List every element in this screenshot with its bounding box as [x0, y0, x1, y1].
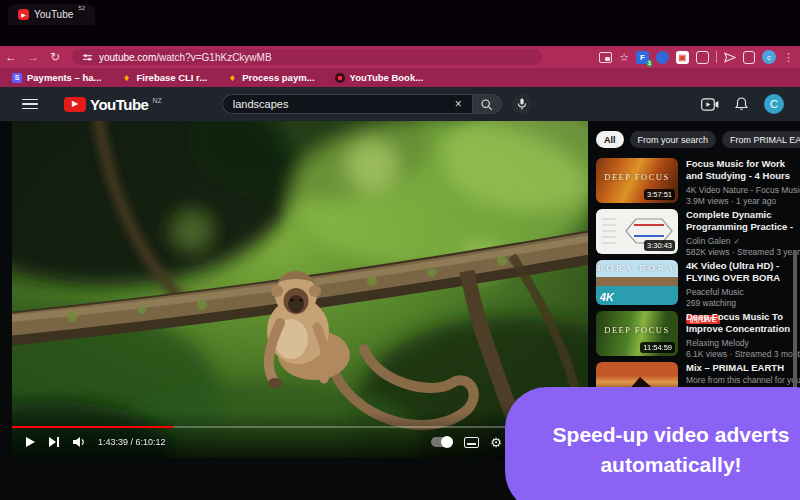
- time-display: 1:43:39 / 6:10:12: [98, 437, 166, 447]
- chip-all[interactable]: All: [596, 131, 624, 148]
- settings-gear-icon[interactable]: ⚙: [490, 436, 502, 449]
- flame-icon: ♦: [227, 73, 237, 83]
- bookmark-firebase-cli[interactable]: ♦ Firebase CLI r...: [121, 72, 207, 83]
- suggested-video-2[interactable]: 3:30:43 Complete Dynamic Programming Pra…: [596, 209, 794, 254]
- flame-icon: ♦: [121, 73, 131, 83]
- browser-menu-icon[interactable]: ⋮: [783, 52, 794, 63]
- volume-icon[interactable]: [72, 436, 86, 448]
- chip-from-your-search[interactable]: From your search: [630, 131, 717, 148]
- scrollbar[interactable]: [793, 251, 797, 391]
- promo-callout-bubble: Speed-up video adverts automatically!: [505, 387, 800, 500]
- tab-strip: ▶ YouTube 52: [0, 0, 800, 46]
- guide-menu-icon[interactable]: [22, 99, 38, 110]
- search-button[interactable]: [472, 94, 502, 114]
- bookmark-star-icon[interactable]: ☆: [619, 52, 629, 63]
- thumbnail-4k-label: 4K: [600, 291, 614, 303]
- side-panel-icon[interactable]: [743, 51, 755, 64]
- search-input[interactable]: landscapes ×: [222, 94, 472, 114]
- autoplay-toggle[interactable]: [431, 437, 453, 447]
- chip-from-primal-earth[interactable]: From PRIMAL EARTH: [722, 131, 800, 148]
- youtube-favicon-icon: ▶: [18, 9, 29, 20]
- stripe-icon: S: [12, 73, 22, 83]
- duration-badge: 11:54:59: [640, 342, 675, 353]
- tab-badge: 52: [78, 5, 85, 11]
- extension-firebase-icon[interactable]: F 1: [636, 51, 649, 64]
- region-code: NZ: [152, 97, 161, 104]
- bookmarks-bar: S Payments – ha... ♦ Firebase CLI r... ♦…: [0, 68, 800, 87]
- browser-profile-avatar[interactable]: c: [762, 50, 776, 64]
- thumbnail: 3:30:43: [596, 209, 678, 254]
- tab-preview-icon[interactable]: [599, 52, 612, 63]
- extensions-puzzle-icon[interactable]: [696, 51, 709, 64]
- mic-icon: [517, 98, 527, 110]
- extension-icon[interactable]: [656, 51, 669, 64]
- share-icon[interactable]: [724, 52, 736, 63]
- thumbnail: BORA BORA 4K: [596, 260, 678, 305]
- forward-icon[interactable]: →: [22, 50, 44, 64]
- verified-badge-icon: ✓: [733, 237, 740, 246]
- duration-badge: 3:57:51: [644, 189, 675, 200]
- video-frame-monkey-on-branch: [12, 121, 588, 458]
- notifications-bell-icon[interactable]: [735, 97, 748, 111]
- address-bar[interactable]: youtube.com/watch?v=G1hKzCkywMB: [72, 49, 542, 65]
- youtube-avatar[interactable]: C: [764, 94, 784, 114]
- youtube-logo[interactable]: ▶ YouTube NZ: [64, 96, 162, 113]
- browser-toolbar: ← → ↻ youtube.com/watch?v=G1hKzCkywMB ☆ …: [0, 46, 800, 68]
- suggested-video-4[interactable]: DEEP FOCUS 11:54:59 Deep Focus Music To …: [596, 311, 794, 356]
- promo-text: Speed-up video adverts automatically!: [526, 420, 800, 481]
- youtube-bookmark-icon: [335, 73, 345, 83]
- bookmark-youtube-book[interactable]: YouTube Book...: [335, 72, 424, 83]
- back-icon[interactable]: ←: [0, 50, 22, 64]
- player-controls: 1:43:39 / 6:10:12 ⚙: [12, 430, 588, 454]
- browser-tab-youtube[interactable]: ▶ YouTube 52: [8, 4, 95, 25]
- suggested-video-1[interactable]: DEEP FOCUS 3:57:51 Focus Music for Work …: [596, 158, 794, 203]
- video-player[interactable]: 1:43:39 / 6:10:12 ⚙: [12, 121, 588, 458]
- thumbnail: DEEP FOCUS 11:54:59: [596, 311, 678, 356]
- url-text: youtube.com/watch?v=G1hKzCkywMB: [99, 52, 272, 63]
- tune-icon: [82, 52, 93, 63]
- youtube-play-logo-icon: ▶: [64, 97, 86, 112]
- bookmark-payments[interactable]: S Payments – ha...: [12, 72, 101, 83]
- suggestions-sidebar: All From your search From PRIMAL EARTH ›…: [594, 121, 794, 413]
- youtube-header: ▶ YouTube NZ landscapes ×: [0, 87, 800, 121]
- suggested-video-3[interactable]: BORA BORA 4K 4K Video (Ultra HD) - FLYIN…: [596, 260, 794, 305]
- create-icon[interactable]: [701, 98, 719, 111]
- progress-bar[interactable]: [12, 426, 588, 429]
- voice-search-button[interactable]: [512, 94, 532, 114]
- extension-icon[interactable]: ▣: [676, 51, 689, 64]
- next-button[interactable]: [48, 436, 60, 448]
- progress-played: [12, 426, 173, 429]
- tab-title: YouTube: [34, 9, 73, 20]
- browser-window: ▶ YouTube 52 ← → ↻ youtube.com/watch?v=G…: [0, 0, 800, 500]
- thumbnail: DEEP FOCUS 3:57:51: [596, 158, 678, 203]
- duration-badge: 3:30:43: [644, 240, 675, 251]
- filter-chips: All From your search From PRIMAL EARTH ›: [596, 131, 794, 148]
- reload-icon[interactable]: ↻: [44, 50, 66, 64]
- subtitles-icon[interactable]: [464, 437, 479, 448]
- divider: [716, 51, 717, 63]
- bookmark-process-payments[interactable]: ♦ Process paym...: [227, 72, 314, 83]
- search-icon: [480, 98, 493, 111]
- play-button[interactable]: [24, 436, 36, 448]
- clear-search-icon[interactable]: ×: [455, 98, 462, 110]
